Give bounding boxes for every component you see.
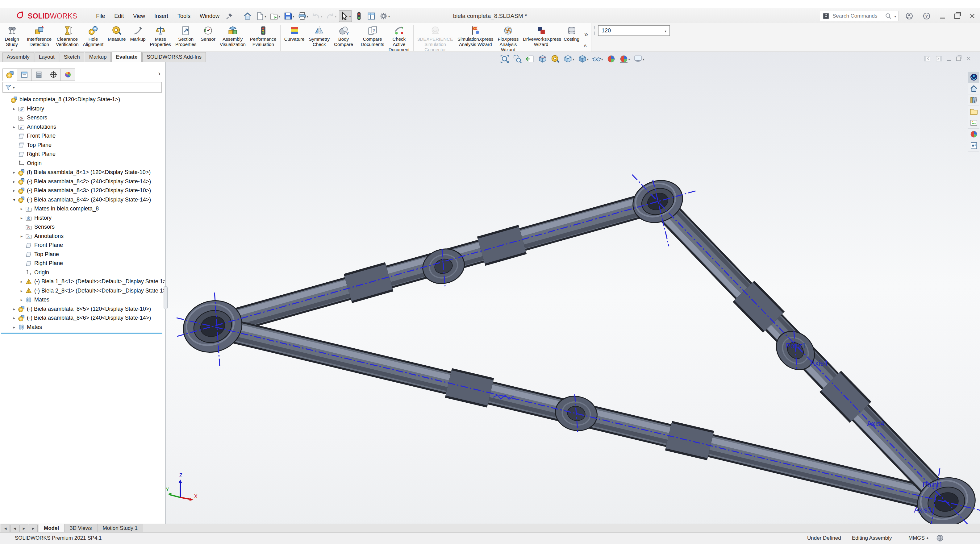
tree-item[interactable]: (-) Biela asamblata_8<3> (120<Display St… bbox=[1, 186, 165, 195]
ribbon-overflow-icon[interactable]: » bbox=[584, 30, 588, 38]
graphics-viewport[interactable]: Z Y X Point1Axis4Axis4Point1Axis3 bbox=[166, 52, 980, 523]
tree-item[interactable]: Mates bbox=[1, 295, 165, 305]
ribbon-simulationxpress-button[interactable]: SimulationXpress Analysis Wizard bbox=[455, 24, 496, 50]
tab-solidworks-add-ins[interactable]: SOLIDWORKS Add-Ins bbox=[142, 52, 206, 62]
ribbon-collapse-icon[interactable]: ^ bbox=[584, 43, 587, 50]
panel-splitter-handle[interactable] bbox=[164, 286, 168, 309]
tree-item[interactable]: Mates bbox=[1, 323, 165, 332]
tree-expander-icon[interactable] bbox=[18, 216, 25, 220]
previous-view-button[interactable] bbox=[524, 53, 536, 65]
minimize-button[interactable] bbox=[940, 17, 945, 19]
unit-system[interactable]: MMGS bbox=[908, 535, 925, 541]
tree-item[interactable]: (-) Biela asamblata_8<4> (240<Display St… bbox=[1, 195, 165, 205]
close-button[interactable] bbox=[969, 13, 975, 19]
panel-expand-icon[interactable]: › bbox=[158, 70, 161, 78]
menu-tools[interactable]: Tools bbox=[173, 11, 195, 22]
panel-tab-displaymanager[interactable] bbox=[60, 68, 75, 81]
tree-item[interactable]: (-) Biela asamblata_8<5> (120<Display St… bbox=[1, 305, 165, 314]
tags-globe-icon[interactable] bbox=[936, 534, 944, 542]
apply-scene-button[interactable] bbox=[618, 53, 631, 65]
ribbon-mass-properties-button[interactable]: Mass Properties bbox=[148, 24, 173, 50]
panel-tab-configurationmanager[interactable] bbox=[32, 68, 46, 81]
options-button[interactable] bbox=[379, 11, 391, 22]
pane-next-icon[interactable] bbox=[935, 55, 943, 62]
panel-tab-propertymanager[interactable] bbox=[17, 68, 32, 81]
tab-nav-last-button[interactable]: ▶ bbox=[29, 525, 38, 532]
ribbon-interference-detection-button[interactable]: Interference Detection bbox=[25, 24, 54, 50]
ribbon-performance-evaluation-button[interactable]: Performance Evaluation bbox=[248, 24, 279, 50]
ribbon-floxpress-button[interactable]: FloXpress Analysis Wizard bbox=[496, 24, 521, 50]
tab-nav-first-button[interactable]: ◀ bbox=[1, 525, 10, 532]
zoom-to-area-button[interactable] bbox=[512, 53, 523, 65]
tree-expander-icon[interactable] bbox=[11, 125, 18, 129]
menu-insert[interactable]: Insert bbox=[150, 11, 173, 22]
tree-item[interactable]: Mates in biela completa_8 bbox=[1, 204, 165, 213]
ribbon-design-study-button[interactable]: Design Study bbox=[2, 24, 21, 50]
tab-layout[interactable]: Layout bbox=[35, 52, 59, 62]
zoom-to-fit-button[interactable] bbox=[499, 53, 510, 65]
new-document-button[interactable] bbox=[255, 11, 267, 22]
tree-item[interactable]: Front Plane bbox=[1, 241, 165, 250]
tab-nav-previous-button[interactable]: ◀ bbox=[10, 525, 19, 532]
tree-item[interactable]: Right Plane bbox=[1, 259, 165, 268]
tree-item[interactable]: AAnnotations bbox=[1, 122, 165, 132]
tree-item[interactable]: (-) Biela 1_8<1> (Default<<Default>_Disp… bbox=[1, 277, 165, 286]
help-icon[interactable]: ? bbox=[923, 12, 931, 20]
display-style-button[interactable] bbox=[577, 53, 590, 65]
tree-expander-icon[interactable] bbox=[11, 316, 18, 320]
rebuild-button[interactable] bbox=[354, 11, 364, 22]
tree-expander-icon[interactable] bbox=[11, 325, 18, 329]
search-commands-box[interactable] bbox=[820, 11, 899, 21]
tree-item[interactable]: Front Plane bbox=[1, 132, 165, 141]
ribbon-costing-button[interactable]: Costing bbox=[562, 24, 582, 50]
select-button[interactable] bbox=[339, 10, 352, 22]
tab-markup[interactable]: Markup bbox=[85, 52, 111, 62]
search-input[interactable] bbox=[832, 13, 883, 19]
tab-sketch[interactable]: Sketch bbox=[60, 52, 84, 62]
view-settings-button[interactable] bbox=[632, 53, 646, 65]
tree-expander-icon[interactable] bbox=[18, 288, 25, 293]
section-view-button[interactable] bbox=[537, 53, 548, 65]
hide-show-items-button[interactable] bbox=[591, 53, 604, 65]
home-button[interactable] bbox=[242, 11, 253, 22]
measure-button[interactable] bbox=[550, 53, 561, 65]
taskpane-design-library-button[interactable] bbox=[968, 94, 979, 106]
tree-item[interactable]: Origin bbox=[1, 159, 165, 168]
menu-view[interactable]: View bbox=[129, 11, 150, 22]
tree-expander-icon[interactable] bbox=[18, 279, 25, 284]
ribbon-section-properties-button[interactable]: Section Properties bbox=[173, 24, 199, 50]
tree-item[interactable]: History bbox=[1, 213, 165, 223]
panel-tab-dimxpertmanager[interactable] bbox=[46, 68, 61, 81]
ribbon-check-active-document-button[interactable]: Check Active Document bbox=[387, 24, 412, 50]
taskpane-3dexperience-button[interactable] bbox=[968, 72, 979, 83]
tree-item[interactable]: Top Plane bbox=[1, 141, 165, 150]
user-login-icon[interactable] bbox=[905, 12, 913, 20]
save-button[interactable] bbox=[283, 11, 295, 22]
ribbon-compare-documents-button[interactable]: ?Compare Documents bbox=[359, 24, 387, 50]
tab-assembly[interactable]: Assembly bbox=[2, 52, 34, 62]
tree-item[interactable]: AAnnotations bbox=[1, 232, 165, 241]
ribbon-sensor-button[interactable]: Sensor bbox=[199, 24, 218, 50]
tree-expander-icon[interactable] bbox=[11, 179, 18, 184]
menu-edit[interactable]: Edit bbox=[110, 11, 129, 22]
ribbon-hole-alignment-button[interactable]: Hole Alignment bbox=[81, 24, 106, 50]
tree-item[interactable]: biela completa_8 (120<Display State-1>) bbox=[1, 95, 165, 104]
ribbon-assembly-visualization-button[interactable]: Assembly Visualization bbox=[218, 24, 248, 50]
tree-item[interactable]: Sensors bbox=[1, 113, 165, 122]
tree-expander-icon[interactable] bbox=[18, 234, 25, 239]
tree-item[interactable]: History bbox=[1, 104, 165, 113]
taskpane-custom-properties-button[interactable] bbox=[968, 140, 979, 151]
print-button[interactable] bbox=[297, 11, 309, 22]
view-orientation-button[interactable] bbox=[562, 53, 575, 65]
tab-nav-next-button[interactable]: ▶ bbox=[19, 525, 29, 532]
tree-item[interactable]: (-) Biela 2_8<1> (Default<<Default>_Disp… bbox=[1, 286, 165, 296]
doc-tab-motion-study-1[interactable]: Motion Study 1 bbox=[97, 524, 143, 533]
restore-button[interactable] bbox=[955, 14, 960, 19]
tree-item[interactable]: Top Plane bbox=[1, 250, 165, 259]
taskpane-file-explorer-button[interactable] bbox=[968, 106, 979, 117]
edit-appearance-button[interactable] bbox=[606, 53, 617, 65]
ribbon-symmetry-check-button[interactable]: Symmetry Check bbox=[307, 24, 332, 50]
ribbon-clearance-verification-button[interactable]: Clearance Verification bbox=[54, 24, 81, 50]
tree-expander-icon[interactable] bbox=[11, 307, 18, 311]
unit-system-caret-icon[interactable]: ▴ bbox=[927, 536, 929, 540]
